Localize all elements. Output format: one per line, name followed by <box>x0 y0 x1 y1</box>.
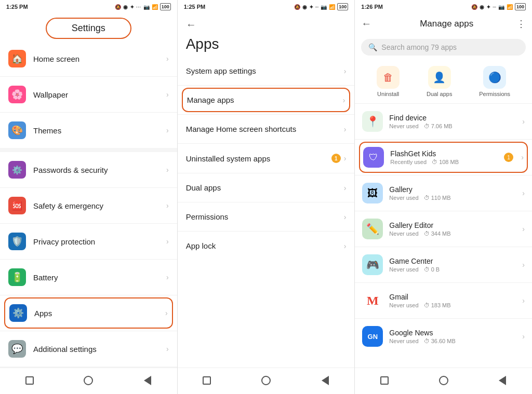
settings-item-home-screen[interactable]: 🏠 Home screen › <box>0 43 177 74</box>
app-item-gmail[interactable]: M Gmail Never used ⏱ 183 MB › <box>355 285 532 316</box>
google-news-meta: Never used ⏱ 36.60 MB <box>389 338 522 344</box>
apps-item-permissions[interactable]: Permissions › <box>178 205 355 229</box>
more-options-icon[interactable]: ⋮ <box>516 18 526 30</box>
apps-back-button[interactable]: ← <box>186 19 196 31</box>
find-device-info: Find device Never used ⏱ 7.06 MB <box>389 114 522 129</box>
permissions-label: Permissions <box>186 212 344 221</box>
privacy-label: Privacy protection <box>33 237 166 246</box>
passwords-chevron: › <box>166 166 169 174</box>
nav-back-1[interactable] <box>140 373 155 388</box>
gallery-info: Gallery Never used ⏱ 110 MB <box>389 185 522 201</box>
app-item-game-center[interactable]: 🎮 Game Center Never used ⏱ 0 B › <box>355 249 532 280</box>
dual-apps-qa-icon: 👤 <box>428 66 451 89</box>
bottom-nav-3 <box>355 368 532 394</box>
panel-manage-apps: 1:26 PM 🔕◉✦ ··· 📷📶100 ← Manage apps ⋮ 🔍 … <box>355 0 532 394</box>
apps-item-manage[interactable]: Manage apps › <box>182 88 351 112</box>
settings-item-safety[interactable]: 🆘 Safety & emergency › <box>0 190 177 221</box>
flashget-kids-icon: 🛡 <box>363 147 384 168</box>
panel-settings: 1:25 PM 🔕◉✦ ··· 📷📶100 Settings 🏠 Home sc… <box>0 0 178 394</box>
settings-item-additional[interactable]: 💬 Additional settings › <box>0 333 177 364</box>
settings-item-themes[interactable]: 🎨 Themes › <box>0 115 177 146</box>
wallpaper-label: Wallpaper <box>33 90 166 99</box>
bottom-nav-2 <box>178 368 355 394</box>
apps-item-uninstalled[interactable]: Uninstalled system apps 1 › <box>178 146 355 171</box>
additional-label: Additional settings <box>33 345 166 354</box>
additional-chevron: › <box>166 345 169 353</box>
find-device-name: Find device <box>389 114 522 122</box>
apps-item-applock[interactable]: App lock › <box>178 234 355 258</box>
status-icons-2: 🔕◉✦ ··· 📷📶100 <box>294 3 349 10</box>
nav-recent-2[interactable] <box>200 373 214 388</box>
apps-item-system[interactable]: System app settings › <box>178 59 355 83</box>
manage-apps-title: Manage apps <box>377 19 516 29</box>
manage-apps-label: Manage apps <box>187 96 343 104</box>
bottom-nav-1 <box>0 368 177 394</box>
nav-home-2[interactable] <box>259 373 273 388</box>
app-item-find-device[interactable]: 📍 Find device Never used ⏱ 7.06 MB › <box>355 106 532 137</box>
passwords-icon: ⚙️ <box>8 161 26 179</box>
find-device-icon: 📍 <box>362 111 383 132</box>
safety-chevron: › <box>166 201 169 210</box>
gmail-meta: Never used ⏱ 183 MB <box>389 302 522 308</box>
time-3: 1:26 PM <box>361 4 383 10</box>
nav-back-3[interactable] <box>495 373 510 388</box>
gallery-name: Gallery <box>389 185 522 194</box>
passwords-label: Passwords & security <box>33 166 166 174</box>
manage-apps-header: ← Manage apps ⋮ <box>355 12 532 35</box>
permissions-qa-icon: 🔵 <box>483 66 506 89</box>
gallery-editor-icon: ✏️ <box>362 219 383 239</box>
nav-back-2[interactable] <box>318 373 332 388</box>
quick-action-uninstall[interactable]: 🗑 Uninstall <box>377 66 400 97</box>
flashget-usage: Recently used <box>390 159 427 165</box>
quick-action-permissions[interactable]: 🔵 Permissions <box>479 66 510 97</box>
permissions-qa-label: Permissions <box>479 91 510 97</box>
status-icons-1: 🔕◉✦ ··· 📷📶100 <box>115 3 171 10</box>
panel-apps: 1:25 PM 🔕◉✦ ··· 📷📶100 ← Apps System app … <box>178 0 355 394</box>
app-item-gallery[interactable]: 🖼 Gallery Never used ⏱ 110 MB › <box>355 178 532 209</box>
uninstall-label: Uninstall <box>377 91 399 97</box>
settings-title-wrap: Settings <box>0 12 177 43</box>
google-news-info: Google News Never used ⏱ 36.60 MB <box>389 329 522 344</box>
settings-item-passwords[interactable]: ⚙️ Passwords & security › <box>0 154 177 185</box>
themes-label: Themes <box>33 126 166 135</box>
battery-icon: 🔋 <box>8 268 26 286</box>
settings-title: Settings <box>46 18 131 39</box>
settings-item-wallpaper[interactable]: 🌸 Wallpaper › <box>0 79 177 110</box>
google-news-icon: GN <box>362 326 383 347</box>
home-screen-chevron: › <box>166 55 169 63</box>
app-lock-label: App lock <box>186 241 344 250</box>
flashget-badge: 1 <box>504 153 513 162</box>
home-shortcuts-label: Manage Home screen shortcuts <box>186 125 344 133</box>
system-app-label: System app settings <box>186 66 344 75</box>
time-1: 1:25 PM <box>6 4 28 10</box>
themes-chevron: › <box>166 126 169 134</box>
gallery-editor-info: Gallery Editor Never used ⏱ 344 MB <box>389 221 522 237</box>
nav-home-1[interactable] <box>81 373 96 388</box>
time-2: 1:25 PM <box>184 4 206 10</box>
search-bar[interactable]: 🔍 Search among 79 apps <box>361 39 526 56</box>
find-device-meta: Never used ⏱ 7.06 MB <box>389 123 522 129</box>
app-item-gallery-editor[interactable]: ✏️ Gallery Editor Never used ⏱ 344 MB › <box>355 213 532 244</box>
apps-item-home-shortcuts[interactable]: Manage Home screen shortcuts › <box>178 117 355 141</box>
app-item-flashget-kids[interactable]: 🛡 FlashGet Kids Recently used ⏱ 108 MB 1… <box>359 142 528 173</box>
home-screen-icon: 🏠 <box>8 50 26 67</box>
flashget-kids-info: FlashGet Kids Recently used ⏱ 108 MB <box>390 150 521 165</box>
app-item-google-news[interactable]: GN Google News Never used ⏱ 36.60 MB › <box>355 321 532 352</box>
apps-chevron: › <box>165 309 168 317</box>
battery-label: Battery <box>33 273 166 282</box>
flashget-kids-name: FlashGet Kids <box>390 150 521 158</box>
manage-apps-back-button[interactable]: ← <box>361 18 371 30</box>
game-center-icon: 🎮 <box>362 254 383 275</box>
settings-item-battery[interactable]: 🔋 Battery › <box>0 262 177 293</box>
apps-icon: ⚙️ <box>9 304 27 322</box>
quick-action-dual-apps[interactable]: 👤 Dual apps <box>427 66 453 97</box>
privacy-icon: 🛡️ <box>8 233 26 250</box>
apps-item-dual[interactable]: Dual apps › <box>178 175 355 200</box>
home-screen-label: Home screen <box>33 55 166 63</box>
nav-recent-3[interactable] <box>377 373 392 388</box>
settings-item-privacy[interactable]: 🛡️ Privacy protection › <box>0 226 177 257</box>
nav-recent-1[interactable] <box>22 373 37 388</box>
settings-item-apps[interactable]: ⚙️ Apps › <box>4 297 173 329</box>
nav-home-3[interactable] <box>436 373 451 388</box>
battery-chevron: › <box>166 273 169 281</box>
